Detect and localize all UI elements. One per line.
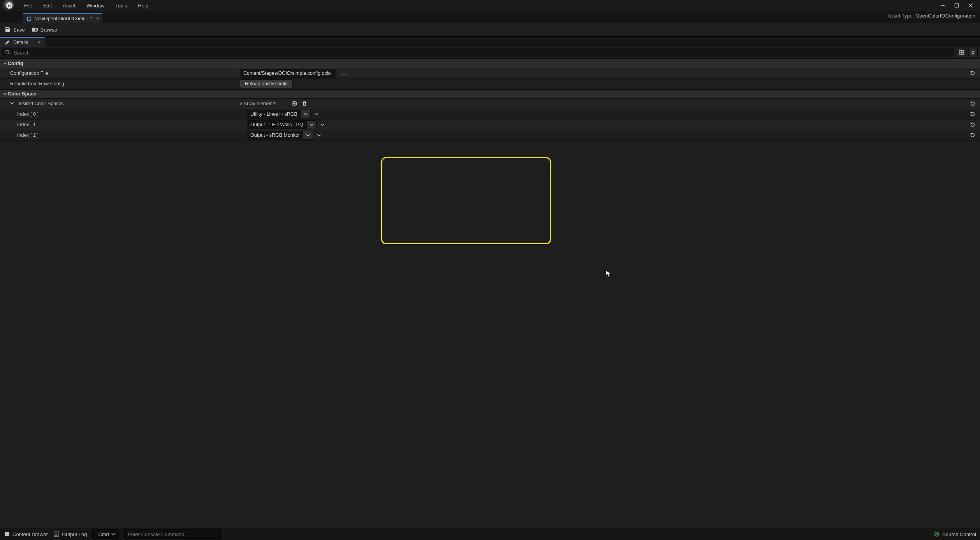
section-config-header[interactable]: Config xyxy=(0,59,980,68)
label-index-0: Index [ 0 ] xyxy=(0,111,247,117)
details-tab-close-icon[interactable]: × xyxy=(31,39,40,45)
menu-edit[interactable]: Edit xyxy=(38,1,57,10)
window-close-button[interactable] xyxy=(964,1,978,10)
row-index-2: Index [ 2 ] Output - sRGB Monitor xyxy=(0,130,980,141)
save-button[interactable]: Save xyxy=(5,26,25,33)
asset-type-prefix: Asset Type: xyxy=(888,13,914,19)
reset-index-2[interactable] xyxy=(968,131,977,139)
details-tab-row: Details × xyxy=(0,37,980,47)
browse-button[interactable]: Browse xyxy=(32,26,57,33)
label-configuration-file: Configuration File xyxy=(0,71,240,76)
svg-rect-1 xyxy=(955,4,959,7)
toolbar: Save Browse xyxy=(0,23,980,37)
save-icon xyxy=(5,26,11,33)
asset-tab-close-icon[interactable]: × xyxy=(95,16,99,21)
desired-color-spaces-text: Desired Color Spaces xyxy=(16,101,64,106)
reset-index-1[interactable] xyxy=(968,120,977,129)
label-rebuild: Rebuild from Raw Config xyxy=(0,81,240,86)
output-log-label: Output Log xyxy=(62,531,87,537)
cmd-selector[interactable]: Cmd xyxy=(92,529,118,539)
source-control-label: Source Control xyxy=(942,531,976,537)
reset-configuration-file[interactable] xyxy=(968,69,977,78)
asset-tab[interactable]: NewOpenColorIOConfi... * × xyxy=(23,13,102,23)
cmd-label: Cmd xyxy=(98,531,109,537)
output-log-button[interactable]: Output Log xyxy=(53,531,87,537)
dropdown-index-2-value: Output - sRGB Monitor xyxy=(250,132,300,138)
menu-file[interactable]: File xyxy=(19,1,38,10)
details-tab[interactable]: Details × xyxy=(0,37,45,47)
console-command-input[interactable] xyxy=(124,529,221,539)
row-desired-color-spaces: Desired Color Spaces 3 Array elements xyxy=(0,99,980,109)
menu-window[interactable]: Window xyxy=(81,1,110,10)
asset-type: Asset Type: OpenColorIOConfiguration xyxy=(888,13,975,19)
chevron-down-icon xyxy=(303,131,313,139)
details-search-box[interactable] xyxy=(2,48,954,57)
svg-point-13 xyxy=(972,51,974,53)
svg-line-9 xyxy=(9,53,10,54)
window-maximize-button[interactable] xyxy=(950,1,964,10)
row-index-1: Index [ 1 ] Output - LED Walls - PQ xyxy=(0,120,980,130)
asset-type-link[interactable]: OpenColorIOConfiguration xyxy=(915,13,975,19)
asset-dirty-mark: * xyxy=(90,16,92,21)
content-drawer-button[interactable]: Content Drawer xyxy=(4,531,48,537)
svg-rect-5 xyxy=(28,17,31,20)
reset-desired-color-spaces[interactable] xyxy=(968,99,977,108)
source-control-check-icon xyxy=(934,531,940,537)
reset-index-0[interactable] xyxy=(968,110,977,118)
details-tab-title: Details xyxy=(13,40,28,45)
caret-down-icon[interactable] xyxy=(10,101,14,106)
source-control-button[interactable]: Source Control xyxy=(934,531,976,537)
details-search-row xyxy=(0,47,980,59)
array-summary: 3 Array elements xyxy=(240,101,276,106)
element-menu-index-2[interactable] xyxy=(315,133,322,137)
row-index-0: Index [ 0 ] Utility - Linear - sRGB xyxy=(0,109,980,120)
search-input[interactable] xyxy=(13,49,952,56)
chevron-down-icon xyxy=(306,121,316,129)
window-minimize-button[interactable] xyxy=(936,1,950,10)
menu-bar: File Edit Asset Window Tools Help xyxy=(0,0,980,11)
array-clear-button[interactable] xyxy=(301,101,308,107)
asset-icon xyxy=(26,16,32,21)
array-add-button[interactable] xyxy=(291,101,297,107)
section-colorspace-header[interactable]: Color Space xyxy=(0,89,980,99)
menu-tools[interactable]: Tools xyxy=(110,1,132,10)
dropdown-index-2[interactable]: Output - sRGB Monitor xyxy=(247,131,313,139)
pencil-icon xyxy=(5,40,10,45)
element-menu-index-1[interactable] xyxy=(319,123,326,127)
chevron-down-icon xyxy=(111,531,115,537)
reload-rebuild-button[interactable]: Reload and Rebuild xyxy=(240,79,293,88)
output-log-icon xyxy=(53,531,60,537)
label-index-1: Index [ 1 ] xyxy=(0,122,247,127)
save-label: Save xyxy=(13,27,25,33)
row-rebuild: Rebuild from Raw Config Reload and Rebui… xyxy=(0,79,980,89)
content-drawer-icon xyxy=(4,531,10,537)
dropdown-index-0[interactable]: Utility - Linear - sRGB xyxy=(247,110,311,118)
section-colorspace-title: Color Space xyxy=(8,91,36,97)
field-configuration-file[interactable]: Content/Stages/OCIO/simple.config.ocio xyxy=(240,69,336,78)
status-bar: Content Drawer Output Log Cmd Source Con… xyxy=(0,528,980,540)
content-drawer-label: Content Drawer xyxy=(12,531,48,537)
asset-tab-title: NewOpenColorIOConfi... xyxy=(34,16,88,21)
folder-search-icon xyxy=(32,26,38,33)
dropdown-index-1-value: Output - LED Walls - PQ xyxy=(250,122,303,127)
menu-asset[interactable]: Asset xyxy=(57,1,81,10)
asset-tab-row: NewOpenColorIOConfi... * × Asset Type: O… xyxy=(0,11,980,23)
row-configuration-file: Configuration File Content/Stages/OCIO/s… xyxy=(0,68,980,79)
search-icon xyxy=(5,49,11,56)
dropdown-index-1[interactable]: Output - LED Walls - PQ xyxy=(247,120,317,129)
caret-down-icon xyxy=(2,92,8,96)
element-menu-index-0[interactable] xyxy=(313,112,320,116)
chevron-down-icon xyxy=(301,110,310,118)
details-settings-button[interactable] xyxy=(968,48,978,57)
svg-point-8 xyxy=(6,50,9,53)
label-index-2: Index [ 2 ] xyxy=(0,132,247,138)
browse-label: Browse xyxy=(40,27,57,33)
browse-file-button[interactable]: ... xyxy=(339,70,348,77)
property-matrix-button[interactable] xyxy=(957,48,966,57)
label-desired-color-spaces: Desired Color Spaces xyxy=(0,101,240,106)
details-panel: Config Configuration File Content/Stages… xyxy=(0,59,980,528)
dropdown-index-0-value: Utility - Linear - sRGB xyxy=(250,111,297,117)
caret-down-icon xyxy=(2,62,8,65)
menu-help[interactable]: Help xyxy=(132,1,154,10)
unreal-logo-icon xyxy=(2,0,16,12)
